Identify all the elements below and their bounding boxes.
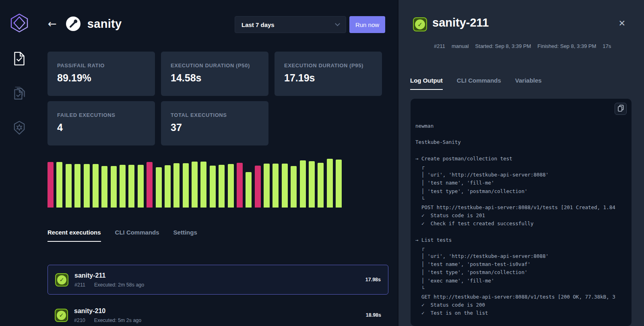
execution-list-item[interactable]: ✓sanity-211#211Executed: 2m 58s ago17.98… [47,265,388,295]
app-sidebar [0,0,38,326]
metric-label: PASS/FAIL RATIO [57,62,155,69]
log-line: newman [415,122,627,130]
detail-tab-log-output[interactable]: Log Output [410,77,443,90]
sidebar-item-test-suites[interactable] [12,86,26,102]
execution-bar[interactable] [291,166,297,208]
sidebar-item-tests[interactable] [13,52,25,67]
log-line: → List tests [415,236,627,244]
executions-list: ✓sanity-211#211Executed: 2m 58s ago17.98… [47,260,388,326]
metric-value: 89.19% [57,72,155,84]
sidebar-nav [12,52,26,137]
execution-bar[interactable] [318,163,324,208]
copy-icon [618,105,624,113]
execution-bar[interactable] [255,166,261,208]
status-passed-icon: ✓ [413,17,427,31]
time-range-select[interactable]: Last 7 days [235,16,346,33]
execution-bar[interactable] [111,166,117,208]
detail-meta-item: Started: Sep 8, 3:39 PM [475,43,531,49]
log-line: └ [415,285,627,293]
execution-bar[interactable] [246,172,252,208]
metric-label: TOTAL EXECUTIONS [171,112,268,118]
metric-value: 4 [57,122,155,133]
shield-gear-icon [13,120,26,137]
execution-bar[interactable] [165,165,171,208]
tab-recent-executions[interactable]: Recent executions [47,229,101,242]
metric-card: TOTAL EXECUTIONS37 [161,101,268,145]
execution-bar[interactable] [66,164,72,208]
execution-bar[interactable] [300,160,306,208]
copy-log-button[interactable] [615,103,627,115]
detail-meta-item: 17s [603,43,611,49]
execution-bar[interactable] [138,165,144,208]
tab-settings[interactable]: Settings [173,229,197,242]
execution-number: #211 [74,282,85,288]
executions-tabs: Recent executionsCLI CommandsSettings [47,229,197,242]
tab-cli-commands[interactable]: CLI Commands [115,229,159,242]
execution-bar[interactable] [200,162,206,208]
execution-bar[interactable] [192,162,198,208]
execution-bar[interactable] [327,159,333,208]
execution-bar[interactable] [93,164,99,208]
metric-label: FAILED EXECUTIONS [57,112,155,118]
chevron-down-icon [335,21,340,26]
status-passed-icon: ✓ [55,309,68,322]
execution-bar[interactable] [264,164,270,208]
detail-tab-variables[interactable]: Variables [515,77,542,90]
execution-info: sanity-211#211Executed: 2m 58s ago [74,272,144,288]
execution-number: #210 [74,318,85,323]
execution-bar[interactable] [56,162,62,208]
execution-name: sanity-210 [74,307,141,315]
execution-bar[interactable] [219,165,225,208]
execution-bar[interactable] [120,165,126,208]
detail-status-area: ✓ [413,17,427,31]
metric-card: EXECUTION DURATION (P95)17.19s [275,52,382,96]
metric-value: 14.58s [171,72,268,84]
postman-test-type-icon [66,16,81,31]
sidebar-item-executors[interactable] [13,120,26,137]
back-button[interactable]: ← [48,19,57,29]
log-line: │ 'test type', 'postman/collection' [415,187,627,195]
execution-bar[interactable] [210,166,216,208]
execution-bar[interactable] [84,164,90,208]
metric-label: EXECUTION DURATION (P95) [284,62,382,69]
detail-tab-cli-commands[interactable]: CLI Commands [457,77,501,90]
log-line: ✓ Test is on the list [415,309,627,317]
execution-subline: #211Executed: 2m 58s ago [74,282,144,288]
execution-bar[interactable] [147,162,153,208]
execution-bar[interactable] [228,164,234,208]
log-line [415,130,627,138]
run-now-button[interactable]: Run now [349,16,385,33]
log-line: │ 'uri', 'http://testkube-api-server:808… [415,252,627,260]
main-header: ← sanity [48,15,122,33]
log-lines[interactable]: newman Testkube-Sanity → Create postman/… [411,99,632,322]
execution-bar[interactable] [173,163,180,208]
detail-meta: #211manualStarted: Sep 8, 3:39 PMFinishe… [434,43,611,49]
execution-bar[interactable] [309,161,315,208]
detail-meta-item: Finished: Sep 8, 3:39 PM [537,43,596,49]
execution-bar[interactable] [237,163,243,208]
execution-name: sanity-211 [74,272,144,279]
execution-list-item[interactable]: ✓sanity-210#210Executed: 5m 2s ago18.98s [47,300,388,326]
execution-bar[interactable] [282,164,288,208]
metric-label: EXECUTION DURATION (P50) [171,62,268,69]
close-icon[interactable]: ✕ [618,19,625,28]
testkube-logo-icon[interactable] [10,13,29,35]
execution-duration: 17.98s [365,277,381,282]
metric-value: 17.19s [284,72,382,84]
execution-bar[interactable] [156,167,162,208]
execution-info: sanity-210#210Executed: 5m 2s ago [74,307,141,323]
check-icon: ✓ [57,275,66,284]
execution-bar[interactable] [128,165,134,208]
execution-bar[interactable] [336,160,342,208]
execution-bar[interactable] [74,164,80,208]
log-output: newman Testkube-Sanity → Create postman/… [411,99,632,326]
execution-subline: #210Executed: 5m 2s ago [74,318,141,323]
main-content: ← sanity Last 7 days Run now PASS/FAIL R… [38,0,398,326]
log-line: │ 'test name', 'postman-test-is0vaf' [415,260,627,268]
execution-bar[interactable] [47,162,54,208]
page-title: sanity [87,17,122,31]
execution-bar[interactable] [101,166,107,208]
log-line: └ [415,195,627,203]
execution-bar[interactable] [183,163,189,208]
execution-bar[interactable] [272,164,279,208]
